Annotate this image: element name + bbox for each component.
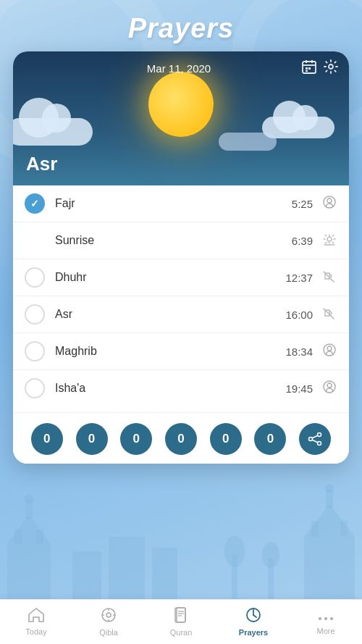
main-card: Mar 11, 2020 (13, 51, 349, 464)
asr-sound-icon[interactable] (321, 306, 337, 324)
svg-point-42 (309, 438, 313, 441)
svg-line-58 (253, 615, 256, 617)
card-header: Mar 11, 2020 (13, 51, 349, 185)
nav-label-today: Today (25, 627, 46, 636)
page-title: Prayers (0, 0, 362, 44)
nav-item-prayers[interactable]: Prayers (217, 603, 290, 641)
maghrib-check[interactable] (25, 341, 45, 361)
counter-btn-2[interactable]: 0 (76, 423, 108, 455)
dhuhr-sound-icon[interactable] (321, 269, 337, 287)
prayer-row-fajr[interactable]: ✓ Fajr 5:25 (13, 185, 349, 222)
svg-rect-23 (306, 67, 308, 70)
svg-rect-2 (25, 501, 33, 519)
svg-point-46 (106, 613, 111, 617)
svg-rect-7 (109, 537, 145, 602)
counter-btn-6[interactable]: 0 (254, 423, 286, 455)
ishaa-sound-icon[interactable] (321, 380, 337, 398)
check-icon: ✓ (30, 198, 39, 209)
counter-btn-4[interactable]: 0 (165, 423, 197, 455)
svg-point-3 (25, 495, 33, 503)
settings-icon[interactable] (323, 59, 339, 78)
header-date: Mar 11, 2020 (56, 62, 301, 75)
maghrib-time: 18:34 (285, 346, 313, 358)
fajr-name: Fajr (55, 197, 292, 210)
fajr-sound-icon[interactable] (321, 195, 337, 213)
ishaa-check[interactable] (25, 378, 45, 398)
current-prayer-label: Asr (26, 153, 57, 175)
svg-rect-25 (306, 70, 308, 72)
nav-item-qibla[interactable]: Qibla (72, 603, 145, 641)
calendar-icon[interactable] (301, 59, 317, 78)
sunrise-name: Sunrise (55, 234, 292, 247)
nav-label-quran: Quran (170, 628, 193, 637)
prayer-list: ✓ Fajr 5:25 Sunrise 6:39 (13, 185, 349, 412)
svg-rect-5 (36, 530, 43, 544)
sunrise-check (25, 230, 45, 251)
svg-rect-17 (268, 559, 274, 602)
counter-row: 0 0 0 0 0 0 (13, 412, 349, 464)
share-button[interactable] (299, 423, 331, 455)
maghrib-name: Maghrib (55, 345, 285, 358)
svg-rect-6 (72, 551, 101, 602)
svg-point-61 (330, 617, 333, 620)
nav-item-quran[interactable]: Quran (145, 603, 217, 641)
svg-point-41 (318, 442, 321, 446)
prayer-row-maghrib[interactable]: Maghrib 18:34 (13, 333, 349, 370)
header-controls: Mar 11, 2020 (13, 59, 349, 78)
more-icon (318, 609, 334, 625)
svg-point-60 (324, 617, 327, 620)
counter-btn-5[interactable]: 0 (210, 423, 242, 455)
nav-label-qibla: Qibla (99, 628, 118, 637)
quran-icon (174, 607, 188, 627)
header-icons (301, 59, 339, 78)
svg-point-39 (327, 383, 332, 388)
svg-rect-14 (340, 521, 348, 537)
asr-check[interactable] (25, 304, 45, 325)
prayer-row-asr[interactable]: Asr 16:00 (13, 296, 349, 333)
fajr-time: 5:25 (292, 198, 313, 210)
ishaa-time: 19:45 (285, 382, 313, 395)
ishaa-name: Isha'a (55, 382, 285, 395)
sunrise-sound-icon[interactable] (321, 232, 337, 250)
dhuhr-name: Dhuhr (55, 271, 285, 284)
home-icon (28, 608, 44, 626)
svg-rect-24 (308, 67, 311, 70)
prayer-row-dhuhr[interactable]: Dhuhr 12:37 (13, 259, 349, 296)
nav-label-prayers: Prayers (239, 628, 268, 637)
dhuhr-check[interactable] (25, 267, 45, 288)
prayer-row-sunrise[interactable]: Sunrise 6:39 (13, 222, 349, 259)
svg-point-26 (329, 64, 333, 69)
sunrise-time: 6:39 (292, 235, 313, 247)
svg-point-40 (318, 433, 321, 437)
fajr-check[interactable]: ✓ (25, 193, 45, 214)
svg-line-43 (312, 435, 318, 438)
svg-rect-11 (326, 490, 333, 508)
nav-label-more: More (316, 627, 334, 635)
bottom-nav: Today Qibla Quran (0, 599, 362, 644)
svg-rect-9 (304, 537, 355, 602)
prayers-icon (245, 607, 261, 627)
asr-time: 16:00 (285, 309, 313, 321)
svg-point-12 (325, 484, 334, 493)
svg-line-44 (312, 440, 318, 443)
svg-rect-52 (177, 608, 185, 622)
svg-marker-10 (304, 504, 355, 537)
qibla-icon (101, 607, 117, 627)
moon-graphic (148, 72, 214, 137)
asr-name: Asr (55, 308, 285, 321)
cloud-mid (219, 133, 277, 151)
svg-marker-1 (7, 515, 51, 544)
svg-rect-4 (14, 530, 22, 544)
nav-item-more[interactable]: More (290, 604, 362, 640)
prayer-row-ishaa[interactable]: Isha'a 19:45 (13, 370, 349, 406)
svg-rect-13 (311, 521, 319, 537)
svg-point-37 (327, 346, 332, 351)
counter-btn-3[interactable]: 0 (120, 423, 152, 455)
svg-point-59 (319, 617, 321, 620)
svg-rect-0 (7, 544, 51, 602)
cloud-left (13, 118, 93, 146)
counter-btn-1[interactable]: 0 (31, 423, 63, 455)
dhuhr-time: 12:37 (285, 272, 313, 284)
maghrib-sound-icon[interactable] (321, 343, 337, 361)
nav-item-today[interactable]: Today (0, 603, 72, 640)
